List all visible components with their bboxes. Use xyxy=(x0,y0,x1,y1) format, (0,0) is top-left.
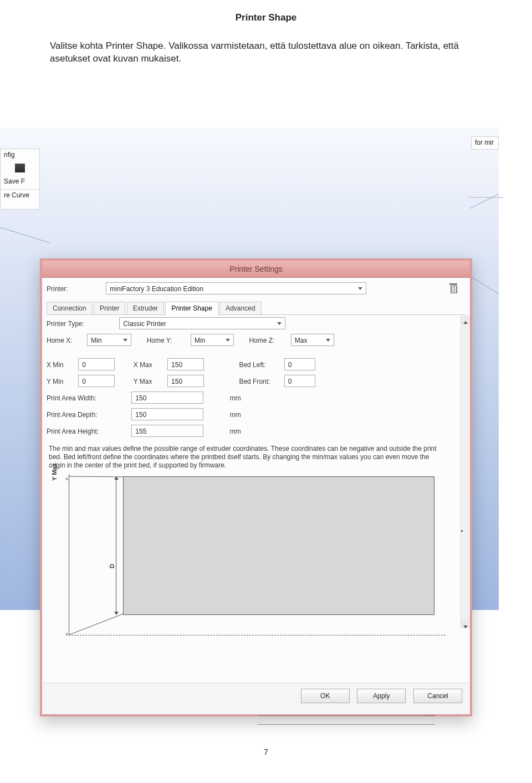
tabstrip: Connection Printer Extruder Printer Shap… xyxy=(47,301,466,315)
svg-line-4 xyxy=(69,614,123,635)
bed-front-label: Bed Front: xyxy=(239,378,282,385)
print-area-diagram: Y Max D E × × xyxy=(47,474,457,652)
dialog-footer: OK Apply Cancel xyxy=(42,683,470,714)
printer-type-label: Printer Type: xyxy=(47,320,117,328)
print-area-width-input[interactable]: 150 xyxy=(131,392,203,404)
print-area-height-label: Print Area Height: xyxy=(47,428,130,435)
description-text: The min and max values define the possib… xyxy=(49,445,437,470)
page-body-text: Valitse kohta Printer Shape. Valikossa v… xyxy=(0,23,532,65)
bed-left-label: Bed Left: xyxy=(239,361,282,369)
tab-advanced[interactable]: Advanced xyxy=(219,302,261,314)
diagram-ymax-label: Y Max xyxy=(51,463,58,481)
scroll-down-icon[interactable] xyxy=(461,619,470,628)
tab-extruder[interactable]: Extruder xyxy=(127,302,164,314)
printer-settings-dialog: Printer Settings Printer: miniFactory 3 … xyxy=(40,258,472,716)
home-z-select[interactable]: Max xyxy=(291,334,334,346)
bed-left-input[interactable]: 0 xyxy=(284,358,315,370)
tab-connection[interactable]: Connection xyxy=(47,302,93,314)
ymin-label: Y Min xyxy=(47,378,76,385)
screenshot-area: nfig Save F re Curve for mir Printer Set… xyxy=(0,128,499,610)
home-x-select[interactable]: Min xyxy=(87,334,131,346)
page-heading: Printer Shape xyxy=(0,0,532,23)
xmax-label: X Max xyxy=(134,361,166,369)
ymax-input[interactable]: 150 xyxy=(167,375,204,387)
xmin-label: X Min xyxy=(47,361,76,369)
print-area-depth-label: Print Area Depth: xyxy=(47,411,130,419)
home-y-label: Home Y: xyxy=(147,337,189,344)
ymin-input[interactable]: 0 xyxy=(78,375,115,387)
bed-front-input[interactable]: 0 xyxy=(284,375,315,387)
tab-printer[interactable]: Printer xyxy=(94,302,125,314)
printer-select[interactable]: miniFactory 3 Education Edition xyxy=(106,282,366,294)
xmin-input[interactable]: 0 xyxy=(78,358,115,370)
svg-line-1 xyxy=(470,194,499,209)
page-number: 7 xyxy=(0,747,532,756)
xmax-input[interactable]: 150 xyxy=(167,358,204,370)
rear-grid-lines xyxy=(258,715,446,736)
print-area-depth-input[interactable]: 150 xyxy=(131,408,203,420)
svg-line-2 xyxy=(470,276,499,294)
home-z-label: Home Z: xyxy=(249,337,289,344)
printer-label: Printer: xyxy=(47,285,104,293)
unit-mm: mm xyxy=(230,428,241,435)
unit-mm: mm xyxy=(230,411,241,419)
tab-printer-shape[interactable]: Printer Shape xyxy=(165,302,218,315)
ok-button[interactable]: OK xyxy=(301,689,350,703)
trash-icon[interactable] xyxy=(449,283,458,293)
print-area-height-input[interactable]: 155 xyxy=(131,425,203,437)
home-y-select[interactable]: Min xyxy=(191,334,234,346)
dialog-title: Printer Settings xyxy=(42,261,470,278)
svg-line-0 xyxy=(0,227,50,243)
cancel-button[interactable]: Cancel xyxy=(413,689,462,703)
print-area-width-label: Print Area Width: xyxy=(47,394,130,402)
apply-button[interactable]: Apply xyxy=(357,689,406,703)
ymax-label: Y Max xyxy=(134,378,166,385)
dot-mark xyxy=(461,530,463,532)
home-x-label: Home X: xyxy=(47,337,85,344)
unit-mm: mm xyxy=(230,394,241,402)
printer-type-select[interactable]: Classic Printer xyxy=(119,317,285,329)
